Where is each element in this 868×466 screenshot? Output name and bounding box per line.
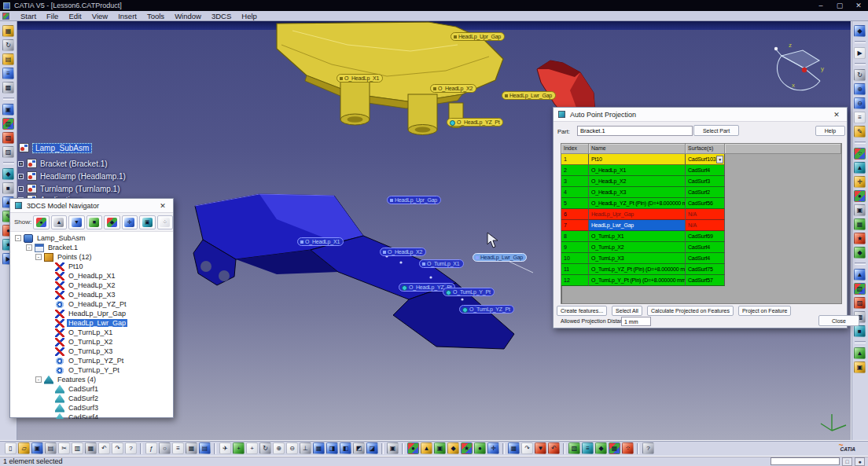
fit-all-icon[interactable]: + [233, 442, 245, 454]
expander-icon[interactable] [46, 273, 53, 279]
expander-icon[interactable]: + [18, 186, 24, 192]
toolbar-separator[interactable] [637, 443, 639, 454]
cell-name[interactable]: HeadLp_Upr_Gap [589, 209, 686, 220]
dcs-assembly-icon[interactable]: ● [854, 190, 866, 202]
expander-icon[interactable]: - [26, 244, 32, 251]
paste-icon[interactable]: ▦ [85, 442, 97, 454]
cell-surface[interactable]: CadSurf4 [686, 165, 725, 176]
cell-name[interactable]: O_HeadLp_X3 [589, 187, 686, 198]
surface-dropdown-icon[interactable]: ▼ [716, 156, 723, 163]
column-header-surface[interactable]: Surface(s) [686, 144, 725, 154]
generate-numbering-icon[interactable]: ▩ [2, 82, 14, 94]
table-row[interactable]: 7 HeadLp_Lwr_Gap N/A [561, 220, 841, 231]
spec-tree-item[interactable]: + Bracket (Bracket.1) [18, 158, 108, 169]
import-points-icon[interactable]: ▼ [535, 442, 546, 454]
select-part-button[interactable]: Select Part [693, 125, 739, 136]
expander-icon[interactable] [46, 414, 53, 419]
rotate-icon[interactable]: ↻ [259, 442, 271, 454]
expander-icon[interactable] [46, 329, 53, 336]
expander-icon[interactable] [46, 301, 53, 307]
table-row[interactable]: 5 O_HeadLp_YZ_Pt (Pin) (D=+8.000000 mm) … [561, 198, 841, 209]
tree-item[interactable]: - Lamp_SubAsm [10, 233, 173, 243]
point-label-o-turnlp-y-pt-bracket[interactable]: O_TurnLp_Y_Pt [443, 288, 495, 296]
menu-item[interactable]: Edit [68, 12, 81, 20]
expander-icon[interactable] [46, 395, 53, 402]
table-row[interactable]: 6 HeadLp_Upr_Gap N/A [561, 209, 841, 220]
tree-item[interactable]: O_HeadLp_X2 [10, 281, 173, 290]
table-row[interactable]: 1 Pt10 CadSurf103▼ [561, 154, 841, 165]
tree-item[interactable]: O_HeadLp_X3 [10, 290, 173, 299]
spline-icon[interactable]: ↷ [521, 442, 533, 454]
new-component-icon[interactable]: ▣ [2, 104, 14, 116]
dcs-points-icon[interactable]: ⁘ [854, 148, 866, 160]
cell-surface[interactable]: CadSurf57 [686, 275, 725, 286]
section-icon[interactable]: ■ [2, 182, 14, 194]
calculator-icon[interactable]: ▦ [186, 442, 197, 454]
minimize-button[interactable]: – [811, 2, 830, 9]
show-filter-button[interactable]: ● [33, 215, 49, 229]
expander-icon[interactable]: + [18, 174, 24, 179]
hide-show-icon[interactable]: ◩ [353, 442, 365, 454]
clay-icon[interactable]: ■ [854, 325, 866, 337]
expander-icon[interactable] [46, 386, 53, 392]
dcs-gear-icon[interactable]: ✛ [487, 442, 499, 454]
toolbar-separator[interactable] [3, 97, 14, 100]
iso-view-icon[interactable]: ◨ [326, 442, 338, 454]
tree-item[interactable]: O_TurnLp_X3 [10, 347, 173, 356]
table-row[interactable]: 12 O_TurnLp_Y_Pt (Pin) (D=+8.000000 mm) … [561, 275, 841, 286]
expander-icon[interactable] [46, 367, 53, 373]
toolbar-separator[interactable] [502, 443, 505, 454]
component-icon[interactable]: ▤ [2, 53, 14, 65]
move-rotate-icon[interactable]: ↻ [854, 69, 866, 81]
cell-name[interactable]: HeadLp_Lwr_Gap [589, 220, 686, 231]
dcs-display-icon[interactable]: ▣ [434, 442, 446, 454]
dcs-swap-icon[interactable]: ◆ [854, 247, 866, 259]
cell-surface[interactable]: CadSurf4 [686, 253, 725, 264]
multi-view-icon[interactable]: ▦ [313, 442, 325, 454]
toolbar-separator[interactable] [402, 443, 404, 454]
expander-icon[interactable] [46, 339, 53, 345]
expander-icon[interactable] [46, 320, 53, 326]
print-icon[interactable]: ▤ [45, 442, 57, 454]
point-grid-icon[interactable]: ▦ [508, 442, 520, 454]
expander-icon[interactable] [46, 348, 53, 354]
show-filter-button[interactable]: ◆ [104, 215, 120, 229]
point-label-o-turnlp-yz-pt-bracket[interactable]: O_TurnLp_YZ_Pt [459, 305, 514, 314]
cell-surface[interactable]: CadSurf75 [686, 264, 725, 275]
toolbar-separator[interactable] [855, 141, 866, 144]
distance-input[interactable] [621, 317, 651, 326]
point-label-o-turnlp-x1-bracket[interactable]: O_TurnLp_X1 [419, 259, 464, 268]
point-label-o-headlp-x2-bracket[interactable]: O_HeadLp_X2 [380, 248, 426, 256]
column-header-index[interactable]: Index [561, 144, 589, 154]
maximize-button[interactable]: ▢ [830, 2, 849, 9]
undo-icon[interactable]: ↶ [98, 442, 110, 454]
normal-view-icon[interactable]: ⊥ [300, 442, 311, 454]
curve-icon[interactable]: ↶ [548, 442, 560, 454]
menu-item[interactable]: View [92, 12, 108, 20]
point-label-headlp-upr-gap-bracket[interactable]: HeadLp_Upr_Gap [387, 196, 441, 204]
cell-surface[interactable]: N/A [686, 209, 725, 220]
menu-item[interactable]: 3DCS [211, 12, 231, 20]
link-manager-icon[interactable]: ◆ [854, 25, 866, 37]
update-icon[interactable]: ↻ [2, 39, 14, 51]
tree-item[interactable]: CadSurf2 [10, 394, 173, 403]
whats-this-icon[interactable]: ? [125, 442, 137, 454]
cell-name[interactable]: O_HeadLp_X2 [589, 176, 686, 187]
tree-item[interactable]: - Points (12) [10, 252, 173, 262]
expander-icon[interactable]: - [15, 235, 21, 241]
shaded-view-icon[interactable]: ◧ [340, 442, 351, 454]
cell-name[interactable]: O_TurnLp_Y_Pt (Pin) (D=+8.000000 mm) [589, 275, 686, 286]
show-filter-button[interactable]: ✛ [122, 215, 138, 229]
tree-expand-icon[interactable]: ≡ [854, 112, 866, 123]
graph-icon[interactable]: ≡ [582, 442, 594, 454]
toolbar-separator[interactable] [3, 162, 14, 164]
expander-icon[interactable]: - [35, 254, 42, 260]
pan-icon[interactable]: + [246, 442, 258, 454]
design-table-icon[interactable]: ▤ [199, 442, 211, 454]
tree-item[interactable]: CadSurf4 [10, 413, 173, 419]
close-button[interactable]: ✕ [849, 2, 868, 9]
expander-icon[interactable] [46, 263, 53, 270]
spec-tree-item[interactable]: + Turnlamp (Turnlamp.1) [18, 183, 120, 194]
table-row[interactable]: 9 O_TurnLp_X2 CadSurf4 [561, 242, 841, 253]
table-row[interactable]: 8 O_TurnLp_X1 CadSurf69 [561, 231, 841, 242]
